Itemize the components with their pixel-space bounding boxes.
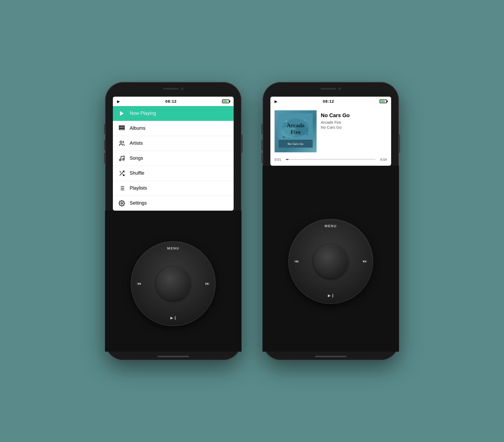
menu-item-shuffle[interactable]: Shuffle	[113, 166, 234, 181]
track-title: No Cars Go	[321, 112, 387, 118]
right-iphone: ▶ 08:12	[262, 82, 399, 360]
progress-fill	[286, 159, 288, 160]
home-indicator-left	[158, 356, 189, 357]
songs-icon	[118, 155, 125, 162]
wheel-menu-label[interactable]: MENU	[167, 246, 179, 250]
svg-text:Fire: Fire	[291, 129, 301, 135]
settings-icon	[118, 200, 125, 207]
svg-point-6	[123, 159, 124, 160]
left-screen: ▶ 08:12 Now Playing	[113, 97, 234, 211]
right-wheel-menu-label[interactable]: MENU	[325, 224, 337, 228]
notch	[152, 85, 194, 92]
track-album: No Cars Go	[321, 125, 387, 129]
menu-item-now-playing-label: Now Playing	[130, 111, 156, 116]
right-notch-area	[262, 85, 399, 96]
track-info: No Cars Go Arcade Fire No Cars Go	[321, 110, 387, 129]
svg-marker-0	[120, 111, 124, 116]
right-notch	[310, 85, 352, 92]
svg-point-16	[121, 202, 123, 204]
right-status-time: 08:12	[323, 99, 334, 103]
svg-line-9	[120, 171, 121, 173]
svg-text:Arcade: Arcade	[287, 122, 304, 128]
menu-item-settings[interactable]: Settings	[113, 196, 234, 211]
wheel-play-pause-button[interactable]: ▶ ‖	[170, 316, 176, 320]
album-art-inner: Arcade Fire No Cars Go	[275, 110, 317, 152]
right-wheel-play-pause-button[interactable]: ▶ ‖	[328, 293, 334, 298]
svg-point-23	[307, 134, 308, 135]
svg-rect-3	[119, 126, 124, 127]
play-status-icon: ▶	[117, 99, 120, 103]
menu-item-artists[interactable]: Artists	[113, 136, 234, 151]
wheel-prev-button[interactable]: ⏮	[137, 281, 141, 286]
menu-item-playlists[interactable]: Playlists	[113, 181, 234, 196]
time-total: 6:04	[378, 158, 387, 162]
right-battery-fill	[381, 101, 385, 102]
playlists-icon	[118, 185, 125, 192]
right-battery-icon	[380, 100, 387, 103]
svg-point-24	[283, 136, 285, 138]
wheel-center-button[interactable]	[156, 267, 190, 301]
now-playing-screen: Arcade Fire No Cars Go No Cars Go Arcade…	[270, 106, 391, 166]
right-wheel-prev-button[interactable]: ⏮	[295, 259, 299, 264]
progress-section: 0:01 6:04	[275, 158, 387, 162]
left-iphone: ▶ 08:12 Now Playing	[105, 82, 242, 360]
artists-icon	[118, 140, 125, 147]
menu-item-albums-label: Albums	[130, 126, 145, 131]
right-wheel-next-button[interactable]: ⏭	[363, 259, 367, 264]
click-wheel-right[interactable]: MENU ⏮ ⏭ ▶ ‖	[289, 219, 373, 303]
track-artist: Arcade Fire	[321, 120, 387, 124]
ipod-body-right: MENU ⏮ ⏭ ▶ ‖	[262, 166, 399, 352]
menu-item-playlists-label: Playlists	[130, 185, 147, 191]
menu-item-now-playing[interactable]: Now Playing	[113, 106, 234, 121]
notch-area	[105, 85, 242, 96]
svg-rect-2	[119, 129, 124, 130]
album-art: Arcade Fire No Cars Go	[275, 110, 317, 152]
notch-speaker	[163, 88, 179, 90]
status-time: 08:12	[165, 99, 177, 103]
svg-rect-1	[119, 127, 124, 128]
battery-icon	[222, 100, 229, 103]
time-elapsed: 0:01	[275, 158, 284, 162]
status-bar: ▶ 08:12	[113, 97, 234, 106]
albums-icon	[118, 125, 125, 132]
notch-camera	[181, 87, 183, 90]
battery-fill	[223, 101, 227, 102]
right-notch-camera	[338, 87, 341, 90]
play-icon	[118, 110, 125, 117]
album-art-text: Arcade Fire No Cars Go	[279, 113, 313, 149]
right-play-status-icon: ▶	[275, 99, 277, 103]
right-screen: ▶ 08:12	[270, 97, 391, 166]
menu-item-songs[interactable]: Songs	[113, 151, 234, 166]
progress-bar[interactable]	[286, 159, 376, 160]
menu-content: Now Playing Albums	[113, 106, 234, 211]
wheel-next-button[interactable]: ⏭	[205, 281, 209, 286]
menu-item-albums[interactable]: Albums	[113, 121, 234, 136]
menu-item-shuffle-label: Shuffle	[130, 170, 144, 176]
menu-item-songs-label: Songs	[130, 155, 143, 161]
svg-text:No Cars Go: No Cars Go	[288, 142, 304, 145]
home-indicator-right	[315, 356, 346, 357]
menu-item-settings-label: Settings	[130, 200, 147, 206]
svg-point-4	[120, 141, 122, 143]
ipod-body-left: MENU ⏮ ⏭ ▶ ‖	[105, 211, 242, 352]
right-battery-indicator	[380, 100, 387, 103]
right-status-bar: ▶ 08:12	[270, 97, 391, 106]
shuffle-icon	[118, 170, 125, 177]
click-wheel-left[interactable]: MENU ⏮ ⏭ ▶ ‖	[131, 242, 215, 326]
svg-point-22	[304, 119, 305, 121]
album-art-container: Arcade Fire No Cars Go No Cars Go Arcade…	[275, 110, 387, 152]
menu-item-artists-label: Artists	[130, 141, 143, 146]
battery-indicator	[222, 100, 229, 103]
right-wheel-center-button[interactable]	[314, 244, 348, 278]
right-notch-speaker	[321, 88, 336, 90]
svg-point-5	[119, 159, 121, 161]
